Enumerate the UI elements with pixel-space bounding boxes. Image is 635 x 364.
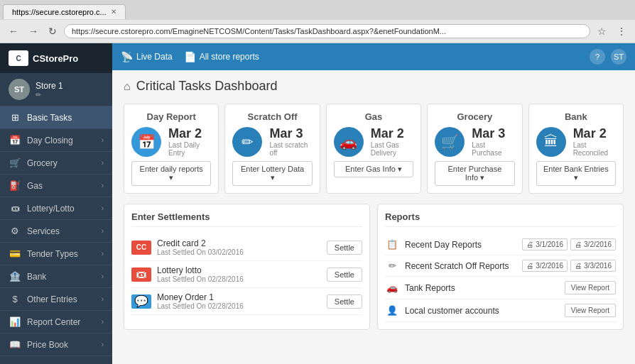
tab-close-icon[interactable]: ✕: [111, 8, 116, 16]
grocery-button[interactable]: Enter Purchase Info ▾: [435, 161, 514, 186]
reports-panel: Reports 📋 Recent Day Reports 🖨 3/1/2016 …: [377, 204, 624, 330]
local-view-report-button[interactable]: View Report: [565, 304, 616, 317]
basic-tasks-icon: ⊞: [9, 112, 21, 123]
sidebar-item-report-center[interactable]: 📊 Report Center ›: [0, 311, 112, 333]
address-bar: ← → ↻ https://secure.cstorepro.com/Emagi…: [0, 20, 635, 43]
cc2-settle-button[interactable]: Settle: [327, 241, 362, 255]
arrow-icon: ›: [102, 136, 104, 144]
sidebar-item-basic-tasks[interactable]: ⊞ Basic Tasks: [0, 106, 112, 129]
tank-view-report-button[interactable]: View Report: [565, 281, 616, 294]
report-item-scratch: ✏ Recent Scratch Off Reports 🖨 3/2/2016 …: [385, 255, 616, 277]
settlements-panel: Enter Settlements CC Credit card 2 Last …: [124, 204, 370, 330]
scratch-date1-button[interactable]: 🖨 3/2/2016: [522, 260, 568, 272]
day-date2: 3/2/2016: [584, 241, 612, 248]
refresh-button[interactable]: ↻: [45, 24, 60, 38]
menu-icon[interactable]: ⋮: [614, 24, 629, 38]
local-accounts-label: Local customer accounts: [405, 306, 559, 316]
day-report-date2-button[interactable]: 🖨 3/2/2016: [570, 238, 616, 250]
grocery-sub: Last Purchase: [472, 141, 514, 157]
back-button[interactable]: ←: [6, 24, 21, 38]
sidebar-label-other-entries: Other Entries: [27, 294, 102, 304]
day-report-title: Day Report: [131, 111, 211, 122]
money-order-icon: 💬: [131, 294, 151, 309]
sidebar-item-lottery[interactable]: 🎟 Lottery/Lotto ›: [0, 197, 112, 220]
live-data-nav[interactable]: 📡 Live Data: [121, 51, 173, 62]
arrow-icon: ›: [102, 250, 104, 258]
sidebar-label-report-center: Report Center: [27, 317, 102, 327]
day-report-button[interactable]: Enter daily reports ▾: [131, 161, 211, 186]
store-avatar: ST: [9, 79, 30, 100]
sidebar-item-bank[interactable]: 🏦 Bank ›: [0, 265, 112, 288]
home-icon: ⌂: [124, 80, 131, 93]
report-center-icon: 📊: [9, 316, 21, 327]
arrow-icon: ›: [102, 182, 104, 189]
sidebar-item-gas[interactable]: ⛽ Gas ›: [0, 175, 112, 197]
scratch-off-sub: Last scratch off: [269, 141, 312, 157]
arrow-icon: ›: [102, 295, 104, 303]
url-field[interactable]: https://secure.cstorepro.com/EmagineNETC…: [64, 24, 590, 38]
lottery-settle-icon: 🎟: [131, 268, 151, 282]
day-report-date1-button[interactable]: 🖨 3/1/2016: [522, 238, 568, 250]
forward-button[interactable]: →: [26, 24, 41, 38]
help-button[interactable]: ?: [590, 49, 605, 65]
other-entries-icon: $: [9, 294, 21, 304]
day-date1: 3/1/2016: [536, 241, 563, 248]
gas-icon: ⛽: [9, 180, 21, 191]
scratch-off-title: Scratch Off: [232, 111, 312, 122]
print-icon3: 🖨: [526, 262, 533, 270]
bank-date-info: Mar 2 Last Reconciled: [573, 126, 616, 157]
scratch-off-card: Scratch Off ✏ Mar 3 Last scratch off Ent…: [224, 104, 320, 194]
arrow-icon: ›: [102, 159, 104, 167]
scratch-off-button[interactable]: Enter Lottery Data ▾: [232, 161, 312, 186]
sidebar-label-grocery: Grocery: [27, 158, 102, 168]
sidebar-item-day-closing[interactable]: 📅 Day Closing ›: [0, 129, 112, 152]
browser-tab[interactable]: https://secure.cstorepro.c... ✕: [3, 4, 126, 19]
day-report-icon-r: 📋: [385, 239, 399, 250]
live-data-label: Live Data: [136, 52, 173, 62]
sidebar-item-other-entries[interactable]: $ Other Entries ›: [0, 288, 112, 311]
money-order-settle-button[interactable]: Settle: [327, 294, 362, 309]
day-report-label: Recent Day Reports: [405, 240, 516, 250]
bookmark-icon[interactable]: ☆: [595, 24, 609, 38]
lottery-settle-button[interactable]: Settle: [327, 268, 362, 282]
sidebar-item-tender-types[interactable]: 💳 Tender Types ›: [0, 243, 112, 265]
price-book-icon: 📖: [9, 339, 21, 350]
bank-card: Bank 🏛 Mar 2 Last Reconciled Enter Bank …: [528, 104, 624, 194]
bank-button[interactable]: Enter Bank Entries ▾: [536, 161, 616, 186]
store-info: ST Store 1 ✏: [0, 73, 112, 106]
gas-body: 🚗 Mar 2 Last Gas Delivery: [334, 126, 413, 157]
day-report-icon: 📅: [131, 127, 161, 157]
all-reports-nav[interactable]: 📄 All store reports: [184, 51, 259, 62]
cc2-info: Credit card 2 Last Settled On 03/02/2016: [157, 238, 321, 256]
scratch-date2-button[interactable]: 🖨 3/3/2016: [570, 260, 616, 272]
live-data-icon: 📡: [121, 51, 133, 62]
report-item-tank: 🚗 Tank Reports View Report: [385, 277, 616, 299]
top-nav-right: ? ST: [590, 49, 626, 65]
reports-title: Reports: [385, 211, 616, 227]
gas-card-icon: 🚗: [334, 127, 364, 157]
sidebar-item-price-book[interactable]: 📖 Price Book ›: [0, 333, 112, 356]
sidebar-logo: C CStorePro: [0, 43, 112, 73]
day-report-date-info: Mar 2 Last Daily Entry: [168, 126, 211, 157]
grocery-icon: 🛒: [9, 158, 21, 168]
grocery-card-icon: 🛒: [435, 127, 465, 157]
gas-title: Gas: [334, 111, 413, 122]
gas-button[interactable]: Enter Gas Info ▾: [334, 161, 413, 177]
sidebar-item-services[interactable]: ⚙ Services ›: [0, 220, 112, 243]
app-wrapper: C CStorePro ST Store 1 ✏ ⊞ Basic Tasks 📅…: [0, 43, 635, 364]
top-nav: 📡 Live Data 📄 All store reports ? ST: [112, 43, 635, 70]
arrow-icon: ›: [102, 204, 104, 212]
sidebar-label-bank: Bank: [27, 272, 102, 282]
store-edit-link[interactable]: ✏: [36, 91, 63, 99]
arrow-icon: ›: [102, 318, 104, 326]
money-order-name: Money Order 1: [157, 292, 321, 302]
bank-title: Bank: [536, 111, 616, 122]
user-button[interactable]: ST: [611, 49, 626, 65]
sidebar-item-grocery[interactable]: 🛒 Grocery ›: [0, 152, 112, 175]
cc2-date: Last Settled On 03/02/2016: [157, 248, 321, 256]
sidebar-item-pos-data[interactable]: 🖥 POS Data ›: [0, 356, 112, 364]
store-name-wrapper: Store 1 ✏: [36, 81, 63, 99]
lower-section: Enter Settlements CC Credit card 2 Last …: [124, 204, 624, 330]
page-title: ⌂ Critical Tasks Dashboard: [124, 79, 624, 94]
lottery-settle-info: Lottery lotto Last Settled On 02/28/2016: [157, 265, 321, 283]
